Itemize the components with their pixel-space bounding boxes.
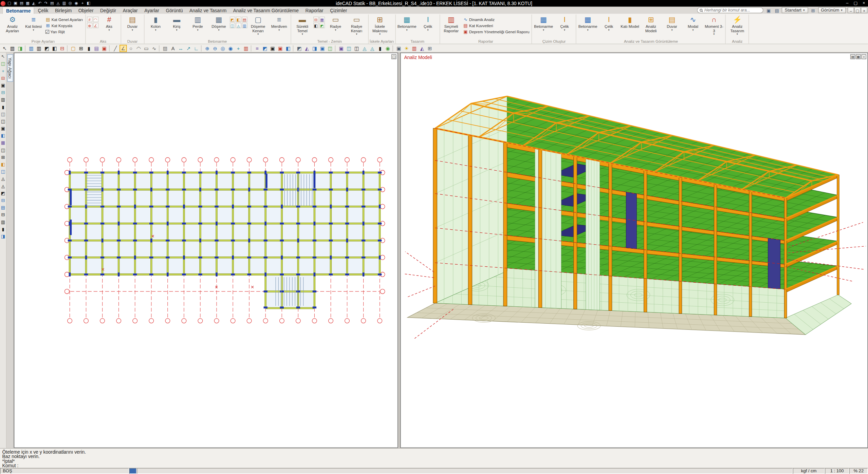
lasso-icon[interactable]: ◨ (17, 44, 24, 52)
pan-hand-icon[interactable]: + (0, 68, 6, 75)
foundation-pile-button[interactable]: ▦ (319, 17, 325, 22)
minimize-doc-button[interactable]: – (848, 7, 854, 13)
view-options-button[interactable]: ▤ (850, 54, 855, 59)
analiz-modeli-button[interactable]: ⊞Analiz Modeli (641, 15, 661, 39)
zoom-window-icon[interactable]: ◎ (219, 44, 226, 52)
hatch-icon[interactable]: ▨ (162, 44, 169, 52)
slab-tool-icon[interactable]: ◫ (0, 111, 6, 118)
analiz-ayarları-button[interactable]: ⚙Analiz Ayarları (2, 15, 23, 39)
trim-icon[interactable]: ▢ (70, 44, 77, 52)
layout-grid-icon[interactable]: ⊞ (810, 7, 816, 13)
beam-tool-icon[interactable]: ▮ (0, 103, 6, 111)
zoom-extents-icon[interactable]: ◉ (227, 44, 234, 52)
slab-axis-button[interactable]: ▤ (242, 17, 247, 22)
betonarme-button[interactable]: ▦Betonarme▾ (396, 15, 417, 39)
maximize-button[interactable]: ▢ (851, 0, 860, 7)
polar-icon[interactable]: ◨ (311, 44, 318, 52)
view-left-icon[interactable]: ◫ (353, 44, 360, 52)
slab-span-button[interactable]: ◩ (229, 17, 235, 22)
slab-load-button[interactable]: ◫ (229, 23, 235, 28)
shade-icon[interactable]: ◬ (369, 44, 376, 52)
betonarme-button[interactable]: ▦Betonarme▾ (577, 15, 598, 39)
match-properties-icon[interactable]: ▣ (269, 44, 276, 52)
slab-hole-button[interactable]: ◧ (236, 17, 241, 22)
dimension-icon[interactable]: ↔ (177, 44, 184, 52)
tab-objeler[interactable]: Objeler (75, 7, 97, 14)
minimize-button[interactable]: – (843, 0, 851, 7)
open-file-icon[interactable]: ▣ (13, 1, 18, 6)
circle-tool-icon[interactable]: ◬ (0, 175, 6, 183)
i-skele-makrosu-button[interactable]: ⊞İskele Makrosu▾ (370, 15, 390, 39)
open-view-icon[interactable]: ▣ (765, 7, 772, 13)
tab-analiz-ve-tasarım-görüntüleme[interactable]: Analiz ve Tasarım Görüntüleme (230, 7, 302, 14)
text-tool-icon[interactable]: ⊞ (0, 154, 6, 161)
plan-drawing[interactable] (14, 53, 397, 447)
cut-icon[interactable]: ▤ (49, 1, 55, 6)
render-tool-icon[interactable]: ▥ (0, 219, 6, 226)
undo-icon[interactable]: ↶ (37, 1, 42, 6)
command-panel[interactable]: Öteleme için x ve y koordinatlarını veri… (0, 448, 868, 468)
rectangle-icon[interactable]: ▭ (143, 44, 150, 52)
regen-icon[interactable]: ▥ (242, 44, 250, 52)
tab-ayarlar[interactable]: Ayarlar (141, 7, 162, 14)
tab-değiştir[interactable]: Değiştir (97, 7, 119, 14)
çelik-button[interactable]: IÇelik▾ (418, 15, 438, 39)
print-icon[interactable]: ▦ (25, 1, 30, 6)
tab-çizimler[interactable]: Çizimler (327, 7, 350, 14)
group-icon[interactable]: ▣ (277, 44, 284, 52)
tab-araçlar[interactable]: Araçlar (119, 7, 141, 14)
copy-icon[interactable]: ◬ (55, 1, 61, 6)
analiz-tasarım-button[interactable]: ⚡Analiz Tasarım▾ (727, 15, 747, 39)
arc-icon[interactable]: ◠ (135, 44, 142, 52)
döşeme-kenarı-button[interactable]: ▢Döşeme Kenarı▾ (248, 15, 268, 39)
zoom-out-icon[interactable]: ⊖ (211, 44, 219, 52)
analysis-model-drawing[interactable] (401, 53, 868, 447)
tab-raporlar[interactable]: Raporlar (302, 7, 327, 14)
polyline-icon[interactable]: ∠ (119, 44, 127, 52)
tab-analiz-ve-tasarım[interactable]: Analiz ve Tasarım (186, 7, 230, 14)
tab-betonarme[interactable]: Betonarme (2, 7, 35, 14)
ortho-icon[interactable]: ◭ (303, 44, 311, 52)
wall-tool-icon[interactable]: ⊟ (0, 89, 6, 96)
modal-button[interactable]: ∿Modal▾ (683, 15, 703, 39)
restore-doc-button[interactable]: ▢ (854, 7, 861, 13)
window-tool-icon[interactable]: ◧ (0, 132, 6, 139)
tab-görüntü[interactable]: Görüntü (163, 7, 186, 14)
new-file-icon[interactable]: ▢ (7, 1, 12, 6)
radye-button[interactable]: ▭Radye▾ (325, 15, 346, 39)
polyline-tool-icon[interactable]: ◫ (0, 168, 6, 175)
command-search[interactable] (697, 7, 764, 13)
select-icon[interactable]: ↖ (1, 44, 8, 52)
katı-model-button[interactable]: ▮Katı Model (620, 15, 640, 39)
perde-button[interactable]: ▥Perde▾ (187, 15, 208, 39)
save-file-icon[interactable]: ▤ (19, 1, 24, 6)
yarı-rijit-button[interactable]: ✓Yarı Rijit (44, 29, 84, 34)
offset-icon[interactable]: ◧ (51, 44, 58, 52)
kolon-button[interactable]: ▮Kolon▾ (145, 15, 166, 39)
radye-kenarı-button[interactable]: ▭Radye Kenarı▾ (346, 15, 367, 39)
settings-tool-icon[interactable]: ◨ (0, 233, 6, 240)
measure-icon[interactable]: ∟ (192, 44, 200, 52)
çelik-button[interactable]: IÇelik▾ (598, 15, 619, 39)
fillet-icon[interactable]: ▮ (85, 44, 92, 52)
moment-3-3-button[interactable]: ∩Moment 3-3▾ (704, 15, 724, 39)
camera-icon[interactable]: ▣ (395, 44, 402, 52)
kat-kuvvetleri-button[interactable]: ▤Kat Kuvvetleri (462, 23, 531, 28)
extend-icon[interactable]: ⊞ (77, 44, 85, 52)
aks-button[interactable]: #Aks▾ (99, 15, 119, 39)
close-doc-button[interactable]: × (861, 7, 868, 13)
merdiven-button[interactable]: ≡Merdiven▾ (269, 15, 289, 39)
dinamik-analiz-button[interactable]: ∿Dinamik Analiz (462, 17, 531, 22)
arc-tool-icon[interactable]: ◬ (0, 183, 6, 190)
kat-listesi-button[interactable]: ≡Kat listesi▾ (23, 15, 43, 39)
zoom-in-icon[interactable]: ⊕ (204, 44, 211, 52)
maximize-viewport-button[interactable]: ▢ (391, 54, 396, 59)
axis-circular-button[interactable]: ⊕ (87, 23, 92, 28)
sürekli-temel-button[interactable]: ▬Sürekli Temel▾ (292, 15, 313, 39)
zoom-extents-icon[interactable]: ◉ (74, 1, 79, 6)
column-tool-icon[interactable]: ▥ (0, 96, 6, 103)
spline-icon[interactable]: ∿ (151, 44, 158, 52)
tab-çelik[interactable]: Çelik (35, 7, 52, 14)
grid-toggle-icon[interactable]: ▣ (319, 44, 326, 52)
rotate-icon[interactable]: ▥ (35, 44, 42, 52)
